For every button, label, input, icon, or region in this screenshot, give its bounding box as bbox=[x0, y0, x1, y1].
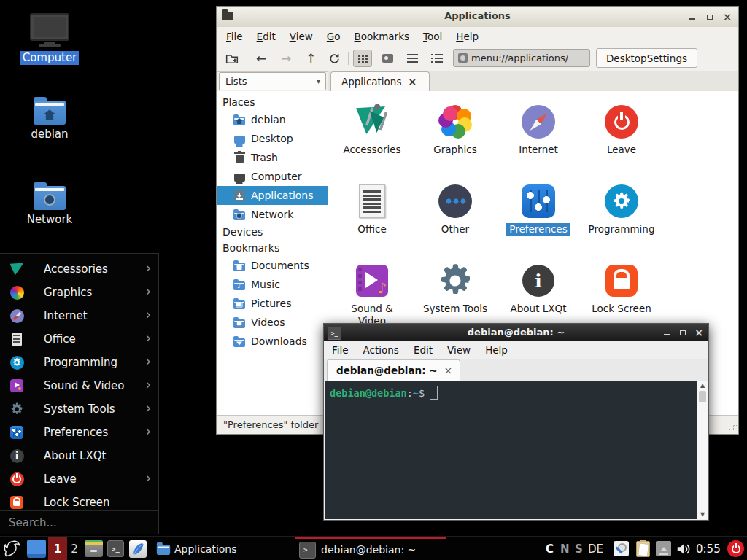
sidebar-item-downloads[interactable]: Downloads bbox=[217, 332, 328, 351]
new-tab-button[interactable] bbox=[222, 50, 241, 67]
menu-item-internet[interactable]: Internet › bbox=[0, 304, 158, 327]
minimize-button[interactable] bbox=[662, 327, 672, 338]
terminal-window: >_ debian@debian: ~ × File Actions Edit … bbox=[323, 323, 709, 521]
network-folder-icon bbox=[34, 186, 66, 210]
tab-close-icon[interactable]: × bbox=[444, 365, 453, 376]
sidebar-mode-combo[interactable]: Lists ▾ bbox=[219, 72, 326, 90]
menu-file[interactable]: File bbox=[332, 344, 349, 356]
quicklaunch-terminal[interactable]: >_ bbox=[107, 537, 124, 560]
fm-titlebar[interactable]: Applications × bbox=[217, 7, 738, 28]
sidebar-item-computer[interactable]: Computer bbox=[217, 167, 328, 186]
thumbnail-view-button[interactable] bbox=[378, 50, 397, 67]
menu-item-system-tools[interactable]: System Tools › bbox=[0, 397, 158, 421]
menu-go[interactable]: Go bbox=[327, 31, 341, 42]
menu-item-leave[interactable]: Leave › bbox=[0, 467, 158, 491]
terminal-tab[interactable]: debian@debian: ~ × bbox=[327, 359, 460, 381]
clock[interactable]: 0:55 bbox=[696, 537, 721, 560]
grid-item-preferences[interactable]: Preferences bbox=[497, 178, 580, 255]
compact-view-button[interactable] bbox=[403, 50, 422, 67]
tray-screenshot-icon[interactable] bbox=[614, 537, 629, 560]
terminal-scrollbar[interactable]: ▲ ▼ bbox=[697, 381, 708, 519]
search-input[interactable] bbox=[7, 516, 149, 530]
menu-help[interactable]: Help bbox=[456, 31, 479, 42]
sidebar-item-documents[interactable]: Documents bbox=[217, 256, 328, 275]
downloads-folder-icon bbox=[233, 336, 246, 347]
quicklaunch-file-manager[interactable] bbox=[85, 537, 103, 560]
grid-item-office[interactable]: Office bbox=[330, 178, 414, 255]
grid-item-programming[interactable]: Programming bbox=[580, 178, 663, 255]
resize-grip[interactable] bbox=[727, 422, 737, 432]
terminal-screen[interactable]: debian@debian:~$ bbox=[325, 381, 697, 519]
reload-button[interactable] bbox=[325, 50, 344, 67]
menu-item-sound-video[interactable]: Sound & Video › bbox=[0, 374, 158, 397]
detailed-list-button[interactable] bbox=[427, 50, 446, 67]
menu-item-graphics[interactable]: Graphics › bbox=[0, 281, 158, 304]
grid-item-leave[interactable]: Leave bbox=[580, 98, 663, 176]
workspace-1-button[interactable]: 1 bbox=[48, 537, 67, 560]
desktop-icon-network[interactable]: Network bbox=[15, 186, 85, 227]
forward-button[interactable]: → bbox=[276, 50, 295, 67]
menu-tool[interactable]: Tool bbox=[423, 31, 442, 42]
tab-label: Applications bbox=[341, 76, 401, 88]
sidebar-item-music[interactable]: ♪ Music bbox=[217, 275, 328, 294]
menu-item-about-lxqt[interactable]: i About LXQt bbox=[0, 444, 158, 467]
scrolllock-indicator: S bbox=[575, 537, 583, 560]
keyboard-layout-indicator[interactable]: DE bbox=[588, 537, 603, 560]
terminal-titlebar[interactable]: >_ debian@debian: ~ × bbox=[324, 324, 708, 341]
tray-clipboard-icon[interactable] bbox=[636, 537, 650, 560]
desktop-icon-computer[interactable]: Computer bbox=[15, 13, 85, 65]
scroll-down-icon[interactable]: ▼ bbox=[697, 511, 708, 518]
sidebar-item-trash[interactable]: Trash bbox=[217, 148, 328, 167]
grid-item-other[interactable]: Other bbox=[414, 178, 497, 255]
sidebar-item-network[interactable]: Network bbox=[217, 205, 328, 224]
tab-applications[interactable]: Applications × bbox=[330, 71, 430, 91]
show-desktop-button[interactable] bbox=[27, 537, 46, 560]
menu-help[interactable]: Help bbox=[485, 344, 508, 356]
grid-item-graphics[interactable]: Graphics bbox=[414, 98, 497, 176]
menu-item-office[interactable]: Office › bbox=[0, 327, 158, 351]
lock-icon bbox=[9, 494, 25, 510]
power-button[interactable] bbox=[727, 537, 744, 560]
close-button[interactable]: × bbox=[722, 12, 732, 22]
tray-volume-icon[interactable] bbox=[676, 537, 692, 560]
start-menu-button[interactable] bbox=[2, 537, 23, 560]
tray-eject-icon[interactable] bbox=[656, 537, 671, 560]
task-button-terminal[interactable]: >_ debian@debian: ~ bbox=[295, 537, 446, 560]
back-button[interactable]: ← bbox=[252, 50, 271, 67]
workspace-2-button[interactable]: 2 bbox=[69, 537, 80, 560]
menu-edit[interactable]: Edit bbox=[414, 344, 433, 356]
sidebar-item-home[interactable]: debian bbox=[217, 110, 328, 129]
minimize-button[interactable] bbox=[687, 12, 697, 22]
up-button[interactable]: ↑ bbox=[301, 50, 320, 67]
menu-item-programming[interactable]: Programming › bbox=[0, 351, 158, 374]
path-value: menu://applications/ bbox=[471, 52, 568, 63]
menu-item-accessories[interactable]: Accessories › bbox=[0, 257, 158, 281]
sidebar-item-videos[interactable]: Videos bbox=[217, 313, 328, 332]
menu-edit[interactable]: Edit bbox=[257, 31, 276, 42]
desktop-icon-debian[interactable]: debian bbox=[15, 101, 85, 141]
scroll-up-icon[interactable]: ▲ bbox=[697, 382, 708, 389]
menu-view[interactable]: View bbox=[290, 31, 313, 42]
quicklaunch-featherpad[interactable] bbox=[129, 537, 147, 560]
menu-item-label: Internet bbox=[44, 309, 88, 322]
sidebar-item-pictures[interactable]: Pictures bbox=[217, 294, 328, 313]
close-button[interactable]: × bbox=[694, 327, 704, 338]
maximize-button[interactable] bbox=[678, 327, 688, 338]
grid-item-internet[interactable]: Internet bbox=[497, 98, 580, 176]
menu-bookmarks[interactable]: Bookmarks bbox=[355, 31, 409, 42]
tab-close-icon[interactable]: × bbox=[408, 77, 417, 87]
maximize-button[interactable] bbox=[705, 12, 715, 22]
path-bar[interactable]: menu://applications/ bbox=[453, 49, 590, 67]
menu-item-preferences[interactable]: Preferences › bbox=[0, 421, 158, 444]
menu-actions[interactable]: Actions bbox=[363, 344, 399, 356]
menu-view[interactable]: View bbox=[447, 344, 471, 356]
sidebar-item-applications[interactable]: Applications bbox=[217, 186, 328, 205]
grid-item-accessories[interactable]: Accessories bbox=[330, 98, 414, 176]
menu-file[interactable]: File bbox=[226, 31, 243, 42]
window-title: Applications bbox=[217, 10, 738, 21]
icon-view-button[interactable] bbox=[353, 50, 372, 67]
task-button-applications[interactable]: Applications bbox=[152, 537, 241, 560]
sidebar-item-desktop[interactable]: Desktop bbox=[217, 129, 328, 148]
scrollbar-thumb[interactable] bbox=[699, 391, 706, 402]
desktop-settings-button[interactable]: DesktopSettings bbox=[596, 48, 697, 68]
